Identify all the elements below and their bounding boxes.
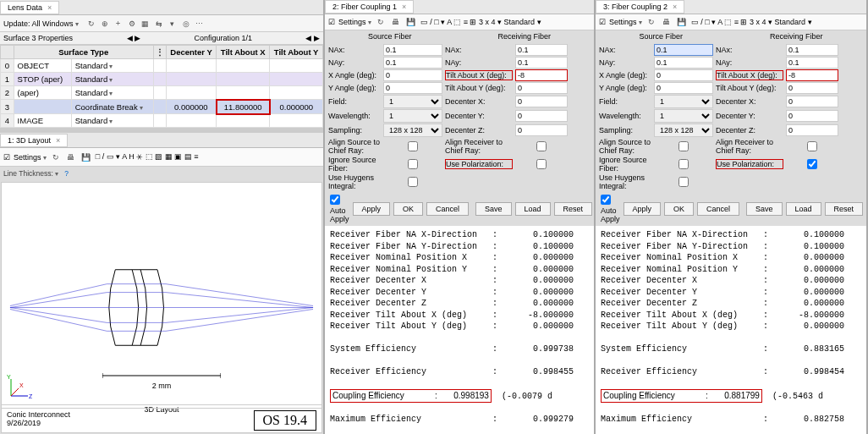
dropdown-icon[interactable]: ▾ bbox=[167, 18, 179, 30]
tilt-about-x-input[interactable] bbox=[786, 69, 838, 81]
wavelength-select[interactable]: 1 bbox=[654, 109, 713, 123]
svg-line-9 bbox=[10, 308, 107, 323]
print-icon[interactable]: 🖶 bbox=[65, 151, 77, 163]
xangle-input[interactable] bbox=[383, 69, 442, 81]
plus-icon[interactable]: ＋ bbox=[113, 18, 124, 30]
cancel-button[interactable]: Cancel bbox=[426, 202, 469, 216]
update-dropdown[interactable]: Update: All Windows bbox=[3, 19, 79, 28]
load-button[interactable]: Load bbox=[786, 202, 821, 216]
footer-title: Conic Interconnect bbox=[7, 410, 70, 419]
refresh-icon[interactable]: ↻ bbox=[646, 16, 657, 28]
config-icon[interactable]: ⊕ bbox=[99, 18, 111, 30]
source-fiber-header: Source Fiber bbox=[639, 32, 683, 41]
decenter-z-input[interactable] bbox=[786, 124, 838, 136]
use-polarization-checkbox[interactable] bbox=[786, 159, 838, 169]
col-surface-type[interactable]: Surface Type bbox=[14, 46, 153, 59]
wavelength-select[interactable]: 1 bbox=[383, 109, 442, 123]
settings-dropdown[interactable]: Settings bbox=[14, 153, 47, 162]
nax-rcv-input[interactable] bbox=[515, 44, 568, 56]
decenter-x-input[interactable] bbox=[515, 96, 568, 107]
refresh-icon[interactable]: ↻ bbox=[50, 151, 62, 163]
tab-fiber-coupling[interactable]: 2: Fiber Coupling 1 × bbox=[325, 0, 414, 14]
save-icon[interactable]: 💾 bbox=[676, 16, 688, 28]
decenter-z-input[interactable] bbox=[515, 124, 568, 136]
apply-button[interactable]: Apply bbox=[353, 202, 391, 216]
sampling-select[interactable]: 128 x 128 bbox=[383, 124, 442, 137]
close-icon[interactable]: × bbox=[56, 136, 60, 145]
settings-toggle[interactable]: ☑ bbox=[599, 18, 606, 26]
nax-src-input[interactable] bbox=[654, 44, 713, 56]
decenter-y-input[interactable] bbox=[515, 110, 568, 122]
yangle-input[interactable] bbox=[383, 82, 442, 94]
settings-dropdown[interactable]: Settings bbox=[338, 18, 371, 26]
field-select[interactable]: 1 bbox=[383, 95, 442, 108]
help-icon[interactable]: ? bbox=[61, 168, 73, 179]
settings-toggle[interactable]: ☑ bbox=[328, 18, 335, 26]
align-receiver-checkbox[interactable] bbox=[515, 141, 568, 151]
cancel-button[interactable]: Cancel bbox=[697, 202, 739, 216]
align-receiver-checkbox[interactable] bbox=[786, 141, 838, 151]
close-icon[interactable]: × bbox=[402, 3, 406, 11]
reset-button[interactable]: Reset bbox=[825, 202, 864, 216]
more-icon[interactable]: ⋯ bbox=[194, 18, 206, 30]
ignore-source-checkbox[interactable] bbox=[654, 159, 713, 169]
target-icon[interactable]: ◎ bbox=[180, 18, 192, 30]
nay-src-input[interactable] bbox=[654, 57, 713, 69]
tilt-about-y-input[interactable] bbox=[786, 82, 838, 94]
receiving-fiber-header: Receiving Fiber bbox=[770, 32, 823, 41]
lens-data-table[interactable]: Surface Type ⋮ Decenter Y Tilt About X T… bbox=[0, 45, 323, 128]
nay-rcv-input[interactable] bbox=[786, 57, 838, 69]
refresh-icon[interactable]: ↻ bbox=[85, 18, 97, 30]
close-icon[interactable]: × bbox=[673, 3, 677, 11]
nay-rcv-input[interactable] bbox=[515, 57, 568, 69]
align-source-checkbox[interactable] bbox=[654, 141, 713, 151]
auto-apply-checkbox[interactable]: Auto Apply bbox=[330, 195, 349, 223]
sampling-select[interactable]: 128 x 128 bbox=[654, 124, 713, 137]
align-source-checkbox[interactable] bbox=[383, 141, 442, 151]
col-tilt-x[interactable]: Tilt About X bbox=[217, 46, 270, 59]
line-thickness-dropdown[interactable]: Line Thickness: bbox=[3, 169, 58, 178]
col-tilt-y[interactable]: Tilt About Y bbox=[270, 46, 323, 59]
gear-icon[interactable]: ⚙ bbox=[126, 18, 138, 30]
use-huygens-checkbox[interactable] bbox=[654, 177, 713, 187]
settings-dropdown[interactable]: Settings bbox=[609, 18, 642, 26]
ok-button[interactable]: OK bbox=[393, 202, 423, 216]
decenter-x-input[interactable] bbox=[786, 96, 838, 107]
print-icon[interactable]: 🖶 bbox=[661, 16, 673, 28]
print-icon[interactable]: 🖶 bbox=[390, 16, 402, 28]
save-button[interactable]: Save bbox=[475, 202, 512, 216]
svg-text:X: X bbox=[19, 382, 24, 388]
tab-lens-data[interactable]: Lens Data × bbox=[0, 1, 59, 14]
grid-icon[interactable]: ▦ bbox=[140, 18, 151, 30]
use-huygens-checkbox[interactable] bbox=[383, 177, 442, 187]
tilt-about-y-input[interactable] bbox=[515, 82, 568, 94]
save-icon[interactable]: 💾 bbox=[405, 16, 417, 28]
refresh-icon[interactable]: ↻ bbox=[375, 16, 387, 28]
swap-icon[interactable]: ⇆ bbox=[153, 18, 165, 30]
save-icon[interactable]: 💾 bbox=[80, 151, 92, 163]
tilt-about-x-input[interactable] bbox=[515, 69, 568, 81]
tilt-x-cell[interactable]: 11.800000 bbox=[217, 100, 270, 114]
xangle-input[interactable] bbox=[654, 69, 713, 81]
ok-button[interactable]: OK bbox=[664, 202, 694, 216]
decenter-y-input[interactable] bbox=[786, 110, 838, 122]
apply-button[interactable]: Apply bbox=[624, 202, 662, 216]
ignore-source-checkbox[interactable] bbox=[383, 159, 442, 169]
load-button[interactable]: Load bbox=[515, 202, 551, 216]
tab-3d-layout[interactable]: 1: 3D Layout × bbox=[0, 134, 68, 147]
tab-fiber-coupling[interactable]: 3: Fiber Coupling 2 × bbox=[596, 0, 684, 14]
layout-3d-view[interactable]: Y Z X 2 mm 3D Layout Conic Interconnect … bbox=[1, 182, 322, 433]
use-polarization-label: Use Polarization: bbox=[445, 159, 513, 169]
nay-src-input[interactable] bbox=[383, 57, 442, 69]
nax-rcv-input[interactable] bbox=[786, 44, 838, 56]
save-button[interactable]: Save bbox=[746, 202, 783, 216]
field-select[interactable]: 1 bbox=[654, 95, 713, 108]
auto-apply-checkbox[interactable]: Auto Apply bbox=[601, 195, 620, 223]
close-icon[interactable]: × bbox=[47, 3, 52, 12]
use-polarization-checkbox[interactable] bbox=[515, 159, 568, 169]
reset-button[interactable]: Reset bbox=[554, 202, 593, 216]
settings-toggle[interactable]: ☑ bbox=[3, 153, 10, 162]
nax-src-input[interactable] bbox=[383, 44, 442, 56]
col-decenter-y[interactable]: Decenter Y bbox=[166, 46, 216, 59]
yangle-input[interactable] bbox=[654, 82, 713, 94]
